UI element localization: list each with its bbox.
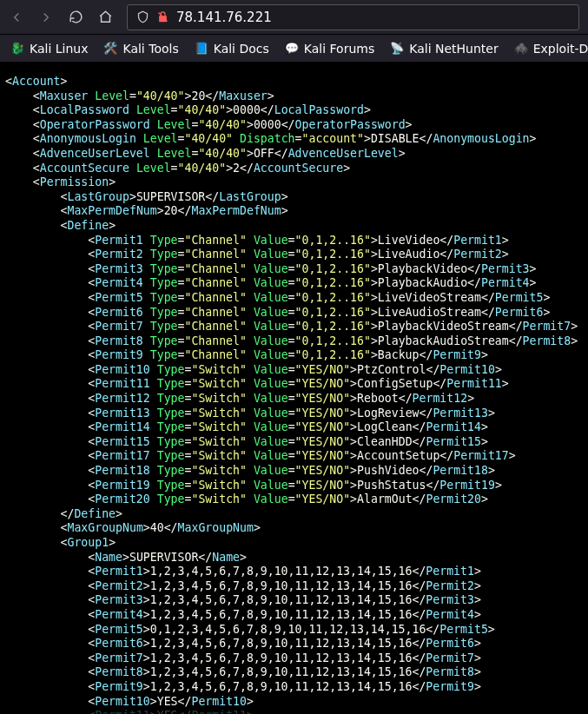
forward-button[interactable]: [38, 10, 54, 25]
shield-icon: [136, 10, 149, 23]
bookmark-icon: 🕷️: [514, 42, 528, 56]
bookmark-label: Kali Docs: [214, 42, 269, 56]
bookmark-icon: 📘: [195, 42, 208, 56]
bookmark-item[interactable]: 📡Kali NetHunter: [390, 42, 498, 56]
page-content: <Account> <Maxuser Level="40/40">20</Max…: [0, 63, 588, 714]
bookmark-item[interactable]: 📘Kali Docs: [195, 42, 269, 56]
bookmark-label: Kali Linux: [30, 42, 88, 56]
bookmark-icon: 💬: [285, 42, 299, 56]
url-bar[interactable]: 78.141.76.221: [127, 4, 579, 30]
reload-button[interactable]: [68, 10, 83, 25]
bookmark-label: Kali Tools: [122, 42, 178, 56]
insecure-lock-icon: [156, 10, 169, 23]
bookmark-label: Exploit-DB: [533, 42, 588, 56]
bookmark-item[interactable]: 🕷️Exploit-DB: [514, 42, 588, 56]
home-button[interactable]: [97, 10, 113, 25]
bookmark-icon: 🛠️: [103, 42, 117, 56]
browser-toolbar: 78.141.76.221: [0, 0, 588, 35]
back-button[interactable]: [9, 10, 24, 25]
bookmark-label: Kali Forums: [304, 42, 374, 56]
bookmark-item[interactable]: 💬Kali Forums: [285, 42, 374, 56]
bookmark-label: Kali NetHunter: [409, 42, 498, 56]
bookmark-icon: 🐉: [10, 42, 24, 56]
bookmark-icon: 📡: [390, 42, 404, 56]
bookmark-item[interactable]: 🐉Kali Linux: [10, 42, 88, 56]
bookmarks-bar: 🐉Kali Linux🛠️Kali Tools📘Kali Docs💬Kali F…: [0, 35, 588, 63]
url-text: 78.141.76.221: [176, 10, 272, 25]
bookmark-item[interactable]: 🛠️Kali Tools: [103, 42, 178, 56]
